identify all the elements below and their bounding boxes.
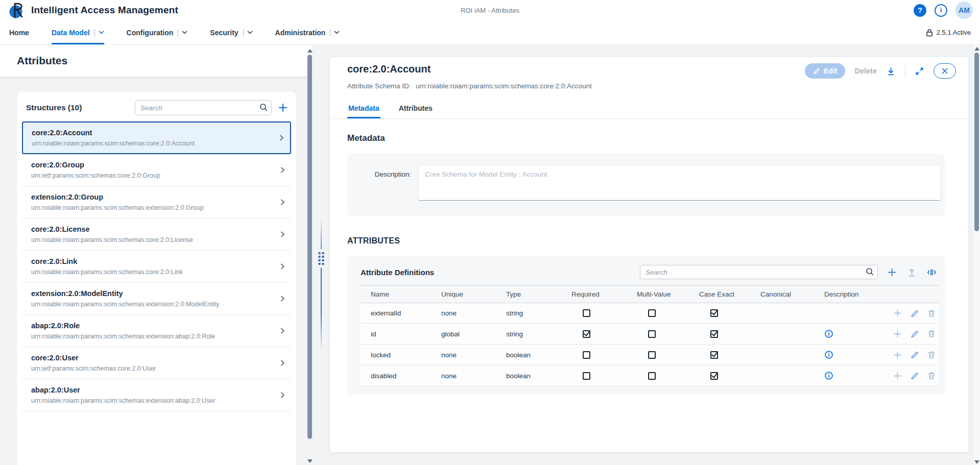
close-button[interactable] [934,63,956,79]
scroll-up-arrow[interactable] [974,47,979,51]
checkbox-checked[interactable] [710,309,718,317]
attribute-description [820,303,881,324]
delete-button[interactable]: Delete [854,67,877,75]
add-row-button[interactable] [893,372,902,380]
user-menu-button[interactable]: AM [955,2,973,19]
add-row-button[interactable] [893,330,902,338]
scrollbar-thumb[interactable] [307,55,312,439]
chevron-down-icon [99,31,104,34]
attribute-definitions-table: NameUniqueTypeRequiredMulti-ValueCase Ex… [361,285,939,386]
structure-item-core-2-0-account[interactable]: core:2.0:Account urn:roiable:roiam:param… [22,121,291,154]
checkbox-checked[interactable] [710,330,718,338]
nav-item-data-model[interactable]: Data Model [52,20,104,44]
nav-item-label: Configuration [127,29,174,37]
structure-item-core-2-0-user[interactable]: core:2.0:User urn:ietf:params:scim:schem… [22,347,291,379]
app-title: Intelligent Access Management [31,5,178,16]
upload-button[interactable] [907,267,917,277]
nav-item-security[interactable]: Security [210,20,252,44]
attribute-type: boolean [502,345,567,365]
scroll-down-arrow[interactable] [307,459,313,463]
structure-item-abap-2-0-user[interactable]: abap:2.0:User urn:roiable:roiam:params:s… [22,379,291,411]
help-button[interactable]: ? [914,4,926,17]
nav-item-label: Security [210,29,238,37]
checkbox-unchecked[interactable] [583,372,590,380]
structure-item-abap-2-0-role[interactable]: abap:2.0:Role urn:roiable:roiam:params:s… [22,315,291,347]
checkbox-unchecked[interactable] [583,351,590,359]
about-button[interactable]: i [935,4,947,17]
description-info-button[interactable] [824,329,833,338]
panel-splitter[interactable] [313,45,330,465]
add-structure-button[interactable] [278,103,288,113]
structure-item-core-2-0-link[interactable]: core:2.0:Link urn:roiable:roiam:params:s… [22,251,291,283]
column-header-canonical: Canonical [756,286,820,303]
row-actions [881,365,939,386]
checkbox-checked[interactable] [583,330,590,338]
structure-item-extension-2-0-modelentity[interactable]: extension:2.0:ModelEntity urn:roiable:ro… [22,283,291,315]
delete-row-button[interactable] [927,330,936,338]
add-row-button[interactable] [893,351,902,359]
tab-attributes[interactable]: Attributes [398,101,434,118]
attribute-row-id: idglobalstring [361,324,939,345]
nav-divider [243,29,244,36]
scroll-down-arrow[interactable] [974,460,979,464]
trash-icon [927,351,936,359]
attribute-name: locked [361,345,437,365]
edit-row-button[interactable] [911,372,919,380]
column-resize-icon [927,267,937,277]
attribute-description [820,365,881,386]
attribute-search-input[interactable] [640,265,878,279]
add-attribute-button[interactable] [887,267,897,277]
checkbox-unchecked[interactable] [648,372,656,380]
nav-divider [178,29,178,36]
tab-metadata[interactable]: Metadata [347,101,380,118]
checkbox-unchecked[interactable] [648,309,656,317]
checkbox-checked[interactable] [710,372,718,380]
edit-row-button[interactable] [911,330,919,338]
checkbox-unchecked[interactable] [648,330,656,338]
splitter-drag-handle-icon[interactable] [318,249,325,268]
structure-item-core-2-0-license[interactable]: core:2.0:License urn:roiable:roiam:param… [22,218,291,251]
scroll-up-arrow[interactable] [307,49,313,53]
chevron-right-icon [280,167,285,174]
column-header-type: Type [502,286,567,303]
nav-item-configuration[interactable]: Configuration [127,20,188,44]
description-info-button[interactable] [824,350,833,359]
add-row-button[interactable] [893,309,902,317]
delete-row-button[interactable] [927,372,936,380]
checkbox-unchecked[interactable] [648,351,656,359]
nav-divider [330,29,330,36]
chevron-down-icon [334,31,340,34]
info-icon: i [935,4,947,17]
nav-item-administration[interactable]: Administration [275,20,340,44]
help-icon: ? [914,4,926,17]
structure-item-core-2-0-group[interactable]: core:2.0:Group urn:ietf:params:scim:sche… [22,154,291,186]
download-button[interactable] [886,66,896,76]
plus-icon [893,351,902,359]
chevron-right-icon [280,296,285,302]
description-info-button[interactable] [824,371,833,380]
column-settings-button[interactable] [927,267,937,277]
attribute-row-locked: lockednoneboolean [361,345,939,365]
column-header-unique: Unique [437,286,502,303]
description-textarea[interactable] [418,165,941,201]
edit-row-button[interactable] [911,351,919,359]
edit-row-button[interactable] [911,309,919,317]
delete-row-button[interactable] [927,309,936,317]
structure-item-extension-2-0-group[interactable]: extension:2.0:Group urn:roiable:roiam:pa… [22,186,291,218]
nav-item-home[interactable]: Home [9,20,29,44]
checkbox-checked[interactable] [710,351,718,359]
attribute-type: string [502,324,567,345]
expand-button[interactable] [915,66,924,76]
attribute-unique: global [437,324,502,345]
scrollbar-thumb[interactable] [974,53,979,231]
delete-row-button[interactable] [927,351,936,359]
chevron-right-icon [279,135,284,141]
download-icon [886,66,896,76]
edit-button[interactable]: Edit [805,63,845,79]
column-header-required: Required [567,286,633,303]
version-label: 2.5.1 Active [937,29,971,36]
sidebar: Attributes Structures (10) [0,45,313,465]
checkbox-unchecked[interactable] [583,309,590,317]
structures-search-input[interactable] [135,100,272,115]
info-icon [824,329,833,338]
